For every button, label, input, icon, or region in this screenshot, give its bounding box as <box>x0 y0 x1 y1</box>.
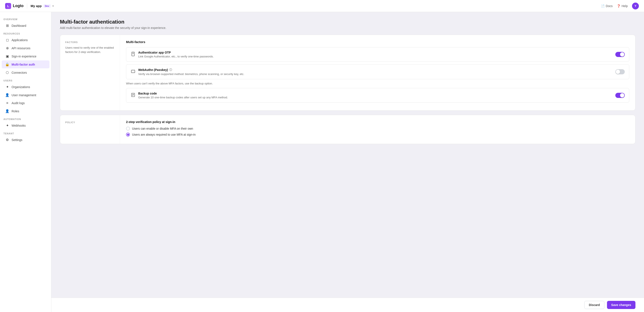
sidebar-item-roles[interactable]: 👤 Roles <box>2 107 50 115</box>
sidebar-overview-section: OVERVIEW <box>0 16 51 22</box>
logo-icon: L <box>5 3 11 9</box>
help-link[interactable]: ❓ Help <box>617 4 628 8</box>
backup-icon <box>130 93 136 98</box>
sidebar-item-applications[interactable]: ◻ Applications <box>2 36 50 44</box>
authenticator-name: Authenticator app OTP <box>138 51 613 54</box>
sidebar-item-mfa[interactable]: 🔒 Multi-factor auth <box>2 60 50 68</box>
settings-icon: ⚙ <box>5 138 10 142</box>
policy-radio1[interactable] <box>126 127 130 130</box>
layout: OVERVIEW ⊞ Dashboard RESOURCES ◻ Applica… <box>0 12 644 312</box>
page-title: Multi-factor authentication <box>60 19 636 25</box>
docs-link[interactable]: 📄 Docs <box>601 4 612 8</box>
backup-content: Backup code Generate 10 one-time backup … <box>138 92 613 99</box>
policy-card: POLICY 2-step verification policy at sig… <box>60 115 636 144</box>
factors-card-right: Multi-factors Authenticator app OTP Link… <box>120 35 635 110</box>
user-avatar[interactable]: Y <box>632 3 639 10</box>
authenticator-desc: Link Google Authenticator, etc., to veri… <box>138 55 613 58</box>
webauthn-content: WebAuthn (Passkey) ⓘ Verify via browser-… <box>138 68 613 76</box>
dashboard-icon: ⊞ <box>5 24 10 28</box>
roles-icon: 👤 <box>5 109 10 113</box>
sidebar-item-user-management[interactable]: 👤 User management <box>2 91 50 99</box>
topbar-divider <box>27 4 27 9</box>
backup-name: Backup code <box>138 92 613 95</box>
policy-section-label: POLICY <box>65 121 115 124</box>
webauthn-info-icon[interactable]: ⓘ <box>169 68 172 72</box>
authenticator-row: Authenticator app OTP Link Google Authen… <box>126 47 629 62</box>
policy-option2[interactable]: Users are always required to use MFA at … <box>126 133 629 136</box>
sidebar-item-connectors[interactable]: ⬡ Connectors <box>2 69 50 77</box>
backup-row: Backup code Generate 10 one-time backup … <box>126 88 629 103</box>
user-mgmt-icon: 👤 <box>5 93 10 97</box>
app-name: My app <box>30 4 42 8</box>
authenticator-toggle[interactable] <box>615 52 625 57</box>
sidebar-item-signin-exp[interactable]: ▣ Sign-in experience <box>2 52 50 60</box>
sidebar-item-webhooks[interactable]: ✦ Webhooks <box>2 121 50 129</box>
sidebar-resources-section: RESOURCES <box>0 30 51 36</box>
sidebar-applications-label: Applications <box>12 38 28 42</box>
topbar: L Logto My app Dev ▾ 📄 Docs ❓ Help Y <box>0 0 644 12</box>
bottom-bar: Discard Save changes <box>51 298 644 312</box>
policy-option1[interactable]: Users can enable or disable MFA on their… <box>126 127 629 130</box>
sidebar-item-dashboard[interactable]: ⊞ Dashboard <box>2 22 50 30</box>
multi-factors-header: Multi-factors <box>126 40 629 44</box>
webauthn-row: WebAuthn (Passkey) ⓘ Verify via browser-… <box>126 64 629 79</box>
backup-desc: Generate 10 one-time backup codes after … <box>138 96 613 99</box>
sidebar-webhooks-label: Webhooks <box>12 124 26 127</box>
policy-option2-label: Users are always required to use MFA at … <box>132 133 196 136</box>
sidebar-organizations-label: Organizations <box>12 85 30 89</box>
sidebar-signin-label: Sign-in experience <box>12 55 36 58</box>
topbar-app[interactable]: My app Dev ▾ <box>30 4 54 8</box>
sidebar-tenant-section: TENANT <box>0 130 51 136</box>
authenticator-content: Authenticator app OTP Link Google Authen… <box>138 51 613 58</box>
app-env-badge: Dev <box>44 4 51 8</box>
policy-card-body: POLICY 2-step verification policy at sig… <box>60 115 635 144</box>
factors-card-body: FACTORS Users need to verify one of the … <box>60 35 635 110</box>
page-subtitle: Add multi-factor authentication to eleva… <box>60 26 636 30</box>
save-button[interactable]: Save changes <box>607 301 636 309</box>
sidebar-item-organizations[interactable]: ✦ Organizations <box>2 83 50 91</box>
webauthn-toggle[interactable] <box>615 69 625 74</box>
sidebar-settings-label: Settings <box>12 138 22 142</box>
factors-card-left: FACTORS Users need to verify one of the … <box>60 35 120 110</box>
sidebar-audit-label: Audit logs <box>12 101 24 105</box>
chevron-down-icon[interactable]: ▾ <box>52 5 54 8</box>
audit-icon: ≡ <box>5 101 10 105</box>
backup-note: When users can't verify the above MFA fa… <box>126 82 629 85</box>
applications-icon: ◻ <box>5 38 10 42</box>
sidebar-connectors-label: Connectors <box>12 71 27 74</box>
policy-header: 2-step verification policy at sign-in <box>126 120 629 124</box>
webauthn-name: WebAuthn (Passkey) ⓘ <box>138 68 613 72</box>
sidebar-api-label: API resources <box>12 47 30 50</box>
sidebar: OVERVIEW ⊞ Dashboard RESOURCES ◻ Applica… <box>0 12 51 312</box>
factors-card: FACTORS Users need to verify one of the … <box>60 35 636 111</box>
sidebar-item-settings[interactable]: ⚙ Settings <box>2 136 50 144</box>
policy-card-right: 2-step verification policy at sign-in Us… <box>120 115 635 144</box>
webauthn-toggle-knob <box>616 70 620 74</box>
webauthn-desc: Verify via browser-supported method: bio… <box>138 72 613 76</box>
sidebar-item-api-resources[interactable]: ⊕ API resources <box>2 44 50 52</box>
backup-toggle-knob <box>620 93 624 97</box>
webauthn-icon <box>130 69 136 75</box>
sidebar-automation-section: AUTOMATION <box>0 115 51 121</box>
policy-radio2[interactable] <box>126 133 130 136</box>
main-content: Multi-factor authentication Add multi-fa… <box>51 12 644 298</box>
svg-rect-3 <box>131 70 135 73</box>
connectors-icon: ⬡ <box>5 71 10 75</box>
factors-section-desc: Users need to verify one of the enabled … <box>65 46 115 54</box>
sidebar-user-mgmt-label: User management <box>12 93 36 97</box>
topbar-right: 📄 Docs ❓ Help Y <box>601 3 639 10</box>
sidebar-users-section: USERS <box>0 77 51 83</box>
organizations-icon: ✦ <box>5 85 10 89</box>
factors-section-label: FACTORS <box>65 41 115 44</box>
policy-card-left: POLICY <box>60 115 120 144</box>
backup-toggle[interactable] <box>615 93 625 98</box>
webhooks-icon: ✦ <box>5 123 10 127</box>
sidebar-roles-label: Roles <box>12 109 19 113</box>
help-icon: ❓ <box>617 4 620 8</box>
authenticator-toggle-knob <box>620 52 624 57</box>
sidebar-item-audit-logs[interactable]: ≡ Audit logs <box>2 99 50 107</box>
api-icon: ⊕ <box>5 46 10 50</box>
discard-button[interactable]: Discard <box>584 301 604 309</box>
logo: L Logto <box>5 3 24 9</box>
logo-text: Logto <box>13 4 24 8</box>
